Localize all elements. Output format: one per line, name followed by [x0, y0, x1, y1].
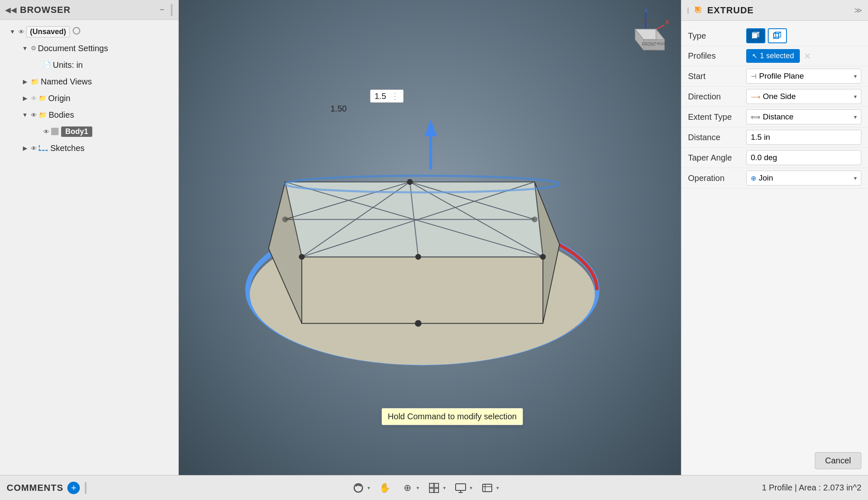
extrude-panel: | EXTRUDE ≫ Type: [681, 0, 868, 475]
distance-value: 1.5 in: [751, 133, 770, 142]
status-info: 1 Profile | Area : 2.073 in^2: [762, 483, 861, 493]
sketches-label: Sketches: [50, 144, 84, 153]
operation-row: Operation ⊕ Join ▾: [681, 168, 868, 188]
collapse-browser-icon[interactable]: ◀◀: [5, 5, 17, 15]
taper-angle-row: Taper Angle 0.0 deg: [681, 148, 868, 168]
folder-named-views-icon: 📁: [31, 78, 39, 86]
tree-root[interactable]: 👁 (Unsaved): [0, 23, 178, 40]
dimension-vertical-value: 1.50: [330, 104, 347, 113]
tooltip-text: Hold Command to modify selection: [388, 412, 517, 421]
direction-dropdown[interactable]: ⟶ One Side ▾: [746, 89, 861, 104]
comments-label: COMMENTS: [7, 483, 63, 493]
profile-plane-icon: ⊣: [751, 72, 757, 80]
start-control: ⊣ Profile Plane ▾: [746, 69, 861, 84]
document-settings-label: Document Settings: [38, 44, 108, 53]
display-settings-dropdown[interactable]: ▾: [470, 485, 472, 491]
start-label: Start: [688, 72, 746, 81]
direction-control: ⟶ One Side ▾: [746, 89, 861, 104]
tree-origin[interactable]: 👁 📁 Origin: [0, 90, 178, 106]
taper-angle-input[interactable]: 0.0 deg: [746, 150, 861, 165]
display-settings-button[interactable]: [453, 480, 468, 495]
profiles-label: Profiles: [688, 51, 746, 61]
browser-minimize-icon[interactable]: −: [160, 5, 164, 14]
unsaved-dot: [72, 27, 81, 37]
direction-row: Direction ⟶ One Side ▾: [681, 87, 868, 107]
svg-text:RIGHT: RIGHT: [657, 42, 669, 46]
dimension-label[interactable]: 1.5 ⋮: [370, 89, 404, 103]
cancel-button[interactable]: Cancel: [815, 452, 861, 469]
sketches-icon: [39, 145, 48, 151]
profiles-row: Profiles ↖ 1 selected ✕: [681, 46, 868, 66]
tree-bodies[interactable]: 👁 📁 Bodies: [0, 106, 178, 123]
extent-type-icon: ⟺: [751, 113, 760, 121]
extent-type-dropdown[interactable]: ⟺ Distance ▾: [746, 109, 861, 124]
body1-box-icon: [51, 128, 59, 135]
taper-angle-control: 0.0 deg: [746, 150, 861, 165]
more-options-group: ▾: [480, 480, 499, 495]
svg-text:X: X: [665, 19, 669, 25]
svg-point-0: [73, 27, 80, 34]
start-dropdown[interactable]: ⊣ Profile Plane ▾: [746, 69, 861, 84]
svg-point-22: [282, 216, 288, 222]
svg-rect-62: [483, 484, 492, 492]
svg-line-41: [699, 7, 701, 9]
tree-arrow-origin: [21, 94, 29, 102]
tree-body1[interactable]: 👁 Body1: [0, 123, 178, 140]
type-row: Type: [681, 26, 868, 46]
orbit-tool-dropdown[interactable]: ▾: [367, 485, 370, 491]
extrude-icon: [694, 5, 704, 15]
eye-root-icon[interactable]: 👁: [18, 28, 25, 35]
extrude-title: EXTRUDE: [707, 5, 754, 16]
eye-bodies-icon[interactable]: 👁: [31, 111, 37, 119]
extent-type-value: Distance: [763, 112, 794, 121]
modify-selection-tooltip: Hold Command to modify selection: [382, 408, 523, 425]
svg-point-20: [415, 254, 421, 260]
distance-input[interactable]: 1.5 in: [746, 130, 861, 145]
operation-dropdown[interactable]: ⊕ Join ▾: [746, 171, 861, 186]
type-solid-button[interactable]: [746, 28, 765, 43]
extrude-collapse-icon[interactable]: |: [687, 7, 689, 14]
add-comment-button[interactable]: +: [67, 482, 80, 494]
direction-icon: ⟶: [751, 93, 760, 101]
type-label: Type: [688, 31, 746, 41]
extent-type-control: ⟺ Distance ▾: [746, 109, 861, 124]
eye-body1-icon[interactable]: 👁: [43, 128, 49, 135]
extent-type-row: Extent Type ⟺ Distance ▾: [681, 107, 868, 127]
viewport[interactable]: 1.5 ⋮ 1.50 Hold Command to modify select…: [179, 0, 681, 475]
zoom-fit-button[interactable]: ⊕: [400, 480, 415, 495]
status-bar: COMMENTS + ▾ ✋ ⊕ ▾: [0, 475, 868, 500]
type-surface-button[interactable]: [768, 28, 787, 43]
grid-view-dropdown[interactable]: ▾: [443, 485, 446, 491]
more-options-button[interactable]: [480, 480, 495, 495]
operation-control: ⊕ Join ▾: [746, 171, 861, 186]
extrude-footer: Cancel: [681, 446, 868, 475]
orbit-tool-button[interactable]: [351, 480, 366, 495]
doc-icon: 📄: [43, 61, 51, 69]
zoom-fit-dropdown[interactable]: ▾: [417, 485, 419, 491]
extrude-expand-icon[interactable]: ≫: [854, 6, 862, 15]
origin-label: Origin: [48, 94, 70, 103]
direction-value: One Side: [763, 92, 796, 101]
start-dropdown-arrow: ▾: [854, 73, 857, 79]
tree-named-views[interactable]: 📁 Named Views: [0, 73, 178, 90]
grid-view-button[interactable]: [427, 480, 441, 495]
tree-arrow-sketches: [21, 144, 29, 152]
tree-sketches[interactable]: 👁 Sketches: [0, 140, 178, 156]
profiles-selected-button[interactable]: ↖ 1 selected: [746, 49, 800, 63]
profiles-clear-button[interactable]: ✕: [804, 51, 811, 61]
taper-angle-label: Taper Angle: [688, 153, 746, 163]
eye-origin-icon[interactable]: 👁: [31, 95, 37, 102]
comments-section: COMMENTS +: [7, 482, 87, 494]
eye-sketches-icon[interactable]: 👁: [31, 145, 37, 152]
more-options-dropdown[interactable]: ▾: [496, 485, 499, 491]
tree-document-settings[interactable]: ⚙ Document Settings: [0, 40, 178, 57]
tree-units[interactable]: 📄 Units: in: [0, 57, 178, 73]
grid-view-group: ▾: [427, 480, 446, 495]
svg-rect-58: [434, 488, 439, 493]
units-label: Units: in: [53, 60, 83, 70]
pan-tool-button[interactable]: ✋: [377, 480, 392, 495]
display-settings-group: ▾: [453, 480, 472, 495]
start-row: Start ⊣ Profile Plane ▾: [681, 66, 868, 87]
viewcube[interactable]: X Z TOP FRONT RIGHT: [619, 8, 673, 62]
svg-line-45: [752, 32, 754, 33]
